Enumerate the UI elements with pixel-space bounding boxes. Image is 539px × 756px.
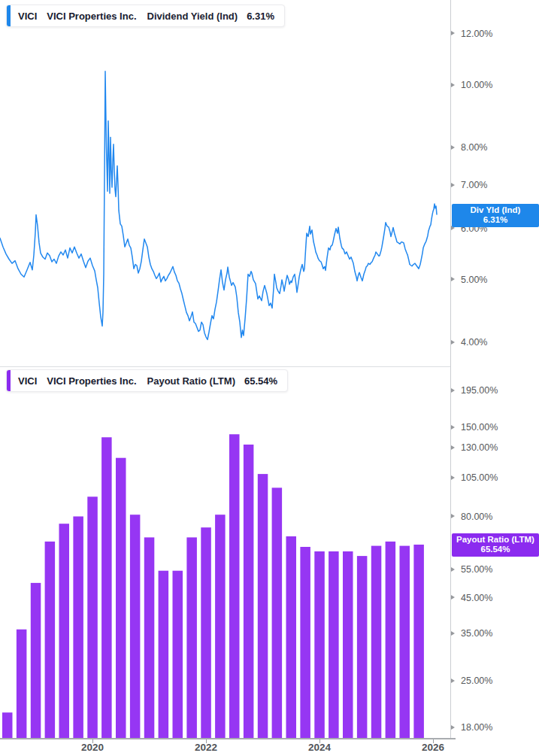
payout-ratio-bar[interactable] (229, 434, 240, 738)
x-axis-year-label: 2020 (68, 742, 117, 753)
panel-divider (0, 366, 451, 367)
y-axis-tick-arrow (451, 425, 455, 430)
payout-ratio-bar[interactable] (400, 546, 410, 738)
payout-ratio-bar[interactable] (314, 551, 325, 738)
payout-ratio-bar[interactable] (31, 583, 41, 738)
company-name: VICI Properties Inc. (47, 11, 136, 22)
metric-name: Dividend Yield (Ind) (147, 11, 238, 22)
payout-ratio-bar[interactable] (116, 458, 126, 738)
payout-ratio-bar[interactable] (357, 556, 368, 738)
payout-ratio-bar[interactable] (17, 630, 27, 738)
y-axis-tick-label: 55.00% (461, 564, 492, 575)
payout-ratio-bar[interactable] (244, 445, 254, 738)
y-axis-tick-arrow (451, 388, 455, 393)
y-axis-tick-arrow (451, 567, 455, 572)
badge-value: 65.54% (452, 545, 539, 554)
x-axis-line (0, 738, 456, 739)
y-axis-tick-label: 80.00% (461, 512, 492, 522)
payout-ratio-bar[interactable] (272, 487, 283, 738)
y-axis-tick-label: 105.00% (461, 472, 498, 483)
metric-value: 6.31% (247, 11, 274, 22)
y-axis-tick-label: 12.00% (461, 29, 492, 39)
right-axis-line (450, 0, 451, 739)
payout-ratio-bar[interactable] (215, 515, 226, 738)
dividend-yield-color-swatch (7, 5, 11, 26)
y-axis-tick-arrow (451, 475, 455, 480)
payout-ratio-bar[interactable] (286, 536, 297, 738)
x-axis-year-label: 2024 (295, 742, 344, 753)
y-axis-tick-arrow (451, 514, 455, 518)
payout-ratio-bar[interactable] (87, 496, 98, 738)
y-axis-tick-label: 150.00% (461, 422, 498, 433)
y-axis-tick-arrow (451, 183, 455, 187)
payout-ratio-bar[interactable] (130, 515, 141, 738)
payout-ratio-bar[interactable] (343, 551, 353, 738)
payout-ratio-bar[interactable] (45, 542, 56, 738)
metric-value: 65.54% (244, 375, 277, 387)
y-axis-tick-arrow (451, 679, 455, 683)
y-axis-tick-label: 8.00% (461, 142, 487, 153)
y-axis-tick-label: 10.00% (461, 80, 492, 90)
y-axis-tick-label: 130.00% (461, 442, 498, 453)
payout-ratio-color-swatch (7, 370, 11, 391)
dividend-yield-legend-chip[interactable]: VICI VICI Properties Inc. Dividend Yield… (6, 5, 285, 27)
y-axis-tick-label: 35.00% (461, 628, 492, 639)
y-axis-tick-arrow (451, 595, 455, 600)
payout-ratio-bar[interactable] (258, 474, 268, 738)
metric-name: Payout Ratio (LTM) (147, 375, 235, 387)
y-axis-tick-arrow (451, 340, 455, 345)
payout-ratio-bar[interactable] (173, 571, 183, 738)
dividend-yield-line[interactable] (0, 71, 437, 340)
company-name: VICI Properties Inc. (47, 375, 136, 387)
y-axis-tick-arrow (451, 277, 455, 281)
payout-ratio-bar[interactable] (371, 546, 382, 738)
ticker-symbol: VICI (18, 11, 37, 22)
y-axis-tick-label: 7.00% (461, 180, 487, 190)
y-axis-tick-arrow (451, 631, 455, 636)
payout-ratio-last-value-badge[interactable]: Payout Ratio (LTM) 65.54% (452, 533, 539, 557)
dividend-yield-last-value-badge[interactable]: Div Yld (Ind) 6.31% (452, 204, 539, 227)
y-axis-tick-arrow (451, 145, 455, 150)
payout-ratio-bar[interactable] (144, 537, 155, 738)
chart-canvas: 12.00%10.00%8.00%7.00%6.00%5.00%4.00% 19… (0, 0, 539, 756)
y-axis-tick-label: 5.00% (461, 275, 487, 285)
payout-ratio-bar[interactable] (101, 437, 112, 738)
badge-label: Div Yld (Ind) (452, 205, 539, 215)
y-axis-tick-arrow (451, 445, 455, 450)
payout-ratio-bar[interactable] (159, 571, 169, 738)
x-axis-year-label: 2022 (182, 742, 230, 753)
payout-ratio-bar[interactable] (73, 517, 83, 739)
payout-ratio-bar[interactable] (300, 547, 310, 738)
y-axis-tick-arrow (451, 725, 455, 730)
payout-ratio-bar[interactable] (386, 542, 396, 738)
payout-ratio-bar[interactable] (186, 537, 197, 738)
y-axis-tick-arrow (451, 31, 455, 35)
y-axis-tick-label: 195.00% (461, 385, 498, 396)
y-axis-tick-arrow (451, 83, 455, 87)
payout-ratio-bar[interactable] (2, 712, 13, 738)
payout-ratio-bar[interactable] (59, 524, 70, 738)
ticker-symbol: VICI (18, 375, 37, 387)
y-axis-tick-label: 25.00% (461, 676, 492, 686)
payout-ratio-bar[interactable] (201, 527, 211, 738)
payout-ratio-legend-chip[interactable]: VICI VICI Properties Inc. Payout Ratio (… (6, 369, 288, 392)
badge-label: Payout Ratio (LTM) (452, 535, 539, 545)
badge-value: 6.31% (452, 215, 539, 225)
payout-ratio-bar[interactable] (413, 545, 424, 738)
y-axis-tick-label: 18.00% (461, 722, 492, 733)
x-axis-year-label: 2026 (409, 742, 457, 753)
payout-ratio-bar[interactable] (329, 551, 339, 738)
y-axis-tick-label: 4.00% (461, 337, 487, 348)
y-axis-tick-label: 45.00% (461, 593, 492, 603)
